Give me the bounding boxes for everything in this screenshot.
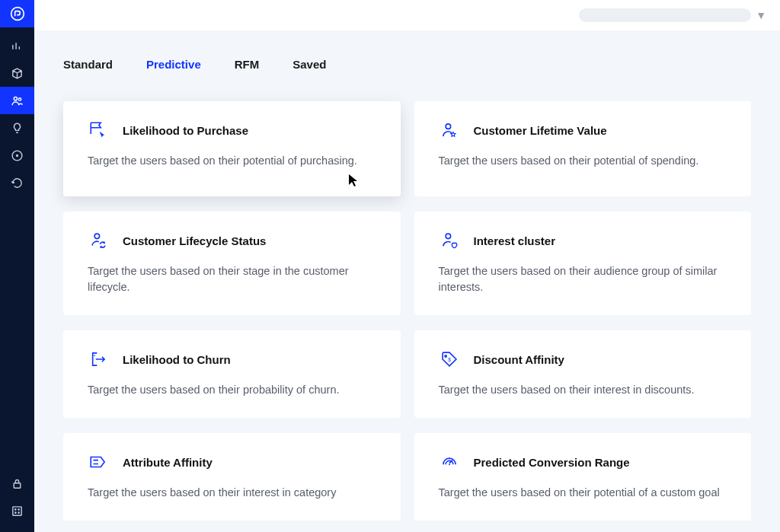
- svg-point-7: [15, 508, 16, 509]
- card-desc: Target the users based on their potentia…: [439, 485, 727, 501]
- sidebar-item-module[interactable]: [0, 59, 34, 87]
- sidebar-item-idea[interactable]: [0, 114, 34, 142]
- card-attribute-affinity[interactable]: Attribute Affinity Target the users base…: [63, 433, 401, 521]
- card-desc: Target the users based on their interest…: [439, 382, 727, 398]
- card-desc: Target the users based on their probabil…: [88, 382, 376, 398]
- price-tag-icon: $: [439, 349, 460, 370]
- card-title: Interest cluster: [474, 234, 556, 247]
- svg-point-4: [17, 155, 18, 156]
- tab-saved[interactable]: Saved: [292, 58, 326, 71]
- sidebar-item-people[interactable]: [0, 87, 34, 114]
- card-predicted-conversion-range[interactable]: Predicted Conversion Range Target the us…: [414, 433, 752, 521]
- svg-point-1: [14, 97, 17, 100]
- card-interest-cluster[interactable]: Interest cluster Target the users based …: [414, 212, 752, 315]
- svg-point-10: [18, 512, 19, 513]
- sidebar: [0, 0, 34, 532]
- tab-standard[interactable]: Standard: [63, 58, 113, 71]
- sidebar-item-history[interactable]: [0, 169, 34, 196]
- card-title: Discount Affinity: [474, 353, 564, 366]
- user-heart-icon: [439, 230, 460, 251]
- sidebar-item-lock[interactable]: [0, 470, 34, 497]
- svg-point-14: [94, 355, 95, 356]
- sidebar-nav: [0, 32, 34, 196]
- churn-exit-icon: [88, 349, 109, 370]
- dropdown-value-placeholder: [579, 8, 751, 22]
- attribute-tag-icon: [88, 451, 109, 473]
- svg-point-0: [11, 8, 24, 21]
- topbar: ▼: [34, 0, 780, 30]
- logo[interactable]: [0, 0, 34, 27]
- svg-point-9: [15, 512, 16, 513]
- card-desc: Target the users based on their potentia…: [88, 153, 376, 169]
- card-grid: Likelihood to Purchase Target the users …: [63, 101, 751, 521]
- user-refresh-icon: [88, 230, 109, 251]
- sidebar-item-target[interactable]: [0, 142, 34, 169]
- svg-point-3: [12, 151, 22, 161]
- card-customer-lifetime-value[interactable]: Customer Lifetime Value Target the users…: [414, 101, 752, 196]
- card-desc: Target the users based on their potentia…: [439, 153, 727, 169]
- workspace-dropdown[interactable]: ▼: [579, 8, 766, 22]
- sidebar-bottom: [0, 470, 34, 524]
- card-title: Predicted Conversion Range: [474, 456, 630, 469]
- svg-point-2: [18, 97, 21, 100]
- card-customer-lifecycle-status[interactable]: Customer Lifecycle Status Target the use…: [63, 212, 401, 315]
- card-discount-affinity[interactable]: $ Discount Affinity Target the users bas…: [414, 330, 752, 418]
- svg-point-13: [446, 234, 451, 239]
- chevron-down-icon: ▼: [756, 9, 766, 21]
- svg-point-15: [444, 355, 446, 357]
- card-desc: Target the users based on their interest…: [88, 485, 376, 501]
- svg-point-17: [449, 464, 450, 465]
- svg-point-11: [446, 124, 451, 129]
- card-likelihood-to-purchase[interactable]: Likelihood to Purchase Target the users …: [63, 101, 401, 196]
- svg-rect-6: [13, 506, 21, 514]
- tabs: Standard Predictive RFM Saved: [63, 58, 751, 71]
- user-star-icon: [439, 119, 460, 141]
- svg-point-12: [94, 234, 100, 239]
- svg-rect-5: [14, 483, 21, 487]
- card-likelihood-to-churn[interactable]: Likelihood to Churn Target the users bas…: [63, 330, 401, 418]
- tab-predictive[interactable]: Predictive: [146, 58, 201, 71]
- tab-rfm[interactable]: RFM: [235, 58, 260, 71]
- card-title: Likelihood to Churn: [123, 353, 231, 366]
- conversion-gauge-icon: [439, 451, 460, 473]
- card-desc: Target the users based on their stage in…: [88, 263, 376, 295]
- card-title: Attribute Affinity: [123, 456, 213, 469]
- svg-text:$: $: [448, 357, 451, 362]
- card-desc: Target the users based on their audience…: [439, 263, 727, 295]
- svg-point-8: [18, 508, 19, 509]
- sidebar-item-analytics[interactable]: [0, 32, 34, 59]
- content: Standard Predictive RFM Saved Likelihood…: [34, 30, 780, 532]
- flag-click-icon: [88, 119, 109, 141]
- card-title: Likelihood to Purchase: [123, 124, 248, 137]
- card-title: Customer Lifecycle Status: [123, 234, 266, 247]
- card-title: Customer Lifetime Value: [474, 124, 607, 137]
- sidebar-item-grid[interactable]: [0, 497, 34, 524]
